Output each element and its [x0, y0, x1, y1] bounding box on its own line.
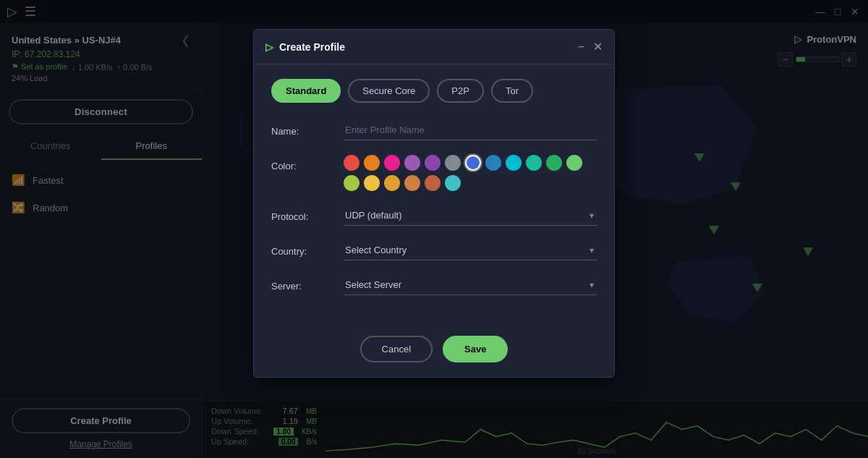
modal-title-text: Create Profile — [279, 41, 345, 53]
color-swatch-6[interactable] — [465, 155, 481, 171]
server-select[interactable]: Select Server — [344, 275, 597, 295]
name-label: Name: — [271, 120, 344, 137]
name-form-control — [344, 120, 597, 140]
name-form-row: Name: — [271, 120, 597, 140]
modal-minimize-button[interactable]: − — [578, 41, 584, 54]
modal-close-button[interactable]: ✕ — [593, 40, 603, 54]
tab-secure-core[interactable]: Secure Core — [348, 79, 430, 103]
protocol-form-row: Protocol: UDP (default) TCP Smart ▾ — [271, 205, 597, 226]
country-select-wrapper: Select Country ▾ — [344, 240, 597, 260]
color-swatch-10[interactable] — [546, 155, 562, 171]
modal-body: Standard Secure Core P2P Tor Name: Color… — [254, 64, 614, 324]
tab-standard[interactable]: Standard — [271, 79, 341, 103]
color-swatch-1[interactable] — [364, 155, 380, 171]
color-form-row: Color: — [271, 155, 597, 191]
color-swatch-17[interactable] — [445, 175, 461, 191]
server-label: Server: — [271, 275, 344, 292]
modal-footer: Cancel Save — [254, 324, 614, 377]
modal-header: ▷ Create Profile − ✕ — [254, 30, 614, 64]
color-swatch-11[interactable] — [566, 155, 582, 171]
color-swatch-9[interactable] — [526, 155, 542, 171]
tab-tor[interactable]: Tor — [491, 79, 533, 103]
modal-profile-tabs: Standard Secure Core P2P Tor — [271, 79, 597, 103]
country-form-control: Select Country ▾ — [344, 240, 597, 260]
modal-window-controls: − ✕ — [578, 40, 603, 54]
protocol-select[interactable]: UDP (default) TCP Smart — [344, 205, 597, 226]
color-swatch-0[interactable] — [344, 155, 359, 171]
color-swatch-12[interactable] — [344, 175, 359, 191]
country-label: Country: — [271, 240, 344, 257]
color-swatch-7[interactable] — [485, 155, 501, 171]
protocol-select-wrapper: UDP (default) TCP Smart ▾ — [344, 205, 597, 226]
name-input[interactable] — [344, 120, 597, 140]
color-label: Color: — [271, 155, 344, 171]
color-swatch-8[interactable] — [506, 155, 522, 171]
color-swatch-2[interactable] — [384, 155, 400, 171]
modal-title: ▷ Create Profile — [265, 41, 345, 53]
server-select-wrapper: Select Server ▾ — [344, 275, 597, 295]
color-swatch-14[interactable] — [384, 175, 400, 191]
color-swatches-container — [344, 155, 597, 191]
color-swatch-15[interactable] — [404, 175, 420, 191]
tab-p2p[interactable]: P2P — [437, 79, 484, 103]
color-swatch-3[interactable] — [404, 155, 420, 171]
color-swatch-4[interactable] — [425, 155, 441, 171]
country-select[interactable]: Select Country — [344, 240, 597, 260]
color-swatch-16[interactable] — [425, 175, 441, 191]
protocol-label: Protocol: — [271, 205, 344, 222]
modal-title-icon: ▷ — [265, 41, 273, 53]
create-profile-modal: ▷ Create Profile − ✕ Standard Secure Cor… — [253, 29, 615, 378]
modal-overlay: ▷ Create Profile − ✕ Standard Secure Cor… — [0, 0, 868, 458]
server-form-row: Server: Select Server ▾ — [271, 275, 597, 295]
save-button[interactable]: Save — [443, 336, 508, 362]
server-form-control: Select Server ▾ — [344, 275, 597, 295]
cancel-button[interactable]: Cancel — [360, 336, 433, 362]
color-swatches-grid — [344, 155, 597, 191]
color-swatch-13[interactable] — [364, 175, 380, 191]
color-swatch-5[interactable] — [445, 155, 461, 171]
protocol-form-control: UDP (default) TCP Smart ▾ — [344, 205, 597, 226]
country-form-row: Country: Select Country ▾ — [271, 240, 597, 260]
